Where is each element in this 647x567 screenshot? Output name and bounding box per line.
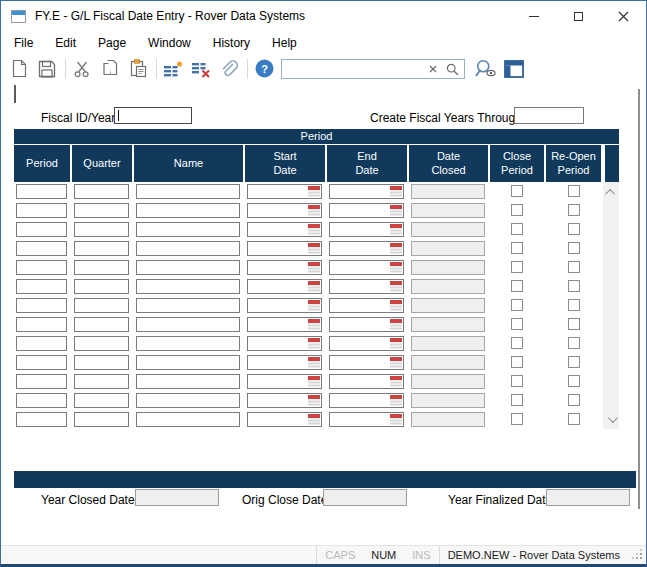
quarter-cell-input[interactable] xyxy=(74,393,129,408)
insert-rows-button[interactable] xyxy=(162,58,184,80)
reopen-period-checkbox[interactable] xyxy=(568,242,580,254)
attachments-button[interactable] xyxy=(218,58,240,80)
end-date-cell-input[interactable] xyxy=(329,184,404,199)
close-period-checkbox[interactable] xyxy=(511,394,523,406)
start-date-cell-input[interactable] xyxy=(247,260,322,275)
reopen-period-checkbox[interactable] xyxy=(568,223,580,235)
calendar-icon[interactable] xyxy=(308,414,320,425)
calendar-icon[interactable] xyxy=(390,300,402,311)
calendar-icon[interactable] xyxy=(390,376,402,387)
calendar-icon[interactable] xyxy=(308,281,320,292)
end-date-cell-input[interactable] xyxy=(329,260,404,275)
close-period-checkbox[interactable] xyxy=(511,413,523,425)
name-cell-input[interactable] xyxy=(136,374,240,389)
quarter-cell-input[interactable] xyxy=(74,260,129,275)
reopen-period-checkbox[interactable] xyxy=(568,204,580,216)
period-cell-input[interactable] xyxy=(16,241,67,256)
calendar-icon[interactable] xyxy=(390,338,402,349)
close-period-checkbox[interactable] xyxy=(511,375,523,387)
period-cell-input[interactable] xyxy=(16,336,67,351)
reopen-period-checkbox[interactable] xyxy=(568,375,580,387)
end-date-cell-input[interactable] xyxy=(329,393,404,408)
menu-history[interactable]: History xyxy=(202,32,261,55)
name-cell-input[interactable] xyxy=(136,260,240,275)
period-cell-input[interactable] xyxy=(16,184,67,199)
calendar-icon[interactable] xyxy=(308,300,320,311)
close-period-checkbox[interactable] xyxy=(511,356,523,368)
period-cell-input[interactable] xyxy=(16,412,67,427)
quarter-cell-input[interactable] xyxy=(74,374,129,389)
paste-button[interactable] xyxy=(127,58,149,80)
end-date-cell-input[interactable] xyxy=(329,298,404,313)
start-date-cell-input[interactable] xyxy=(247,279,322,294)
menu-edit[interactable]: Edit xyxy=(44,32,87,55)
name-cell-input[interactable] xyxy=(136,412,240,427)
start-date-cell-input[interactable] xyxy=(247,298,322,313)
minimize-button[interactable] xyxy=(511,1,556,32)
close-period-checkbox[interactable] xyxy=(511,242,523,254)
reopen-period-checkbox[interactable] xyxy=(568,261,580,273)
quarter-cell-input[interactable] xyxy=(74,317,129,332)
calendar-icon[interactable] xyxy=(308,357,320,368)
start-date-cell-input[interactable] xyxy=(247,355,322,370)
name-cell-input[interactable] xyxy=(136,317,240,332)
menu-window[interactable]: Window xyxy=(137,32,202,55)
maximize-button[interactable] xyxy=(556,1,601,32)
close-period-checkbox[interactable] xyxy=(511,223,523,235)
calendar-icon[interactable] xyxy=(390,243,402,254)
resize-grip[interactable] xyxy=(628,546,646,564)
calendar-icon[interactable] xyxy=(390,414,402,425)
cut-button[interactable] xyxy=(71,58,93,80)
grid-layout-button[interactable] xyxy=(503,58,525,80)
reopen-period-checkbox[interactable] xyxy=(568,185,580,197)
delete-rows-button[interactable] xyxy=(190,58,212,80)
calendar-icon[interactable] xyxy=(390,281,402,292)
end-date-cell-input[interactable] xyxy=(329,241,404,256)
start-date-cell-input[interactable] xyxy=(247,374,322,389)
close-period-checkbox[interactable] xyxy=(511,318,523,330)
calendar-icon[interactable] xyxy=(308,338,320,349)
period-cell-input[interactable] xyxy=(16,298,67,313)
calendar-icon[interactable] xyxy=(390,186,402,197)
end-date-cell-input[interactable] xyxy=(329,355,404,370)
quarter-cell-input[interactable] xyxy=(74,184,129,199)
reopen-period-checkbox[interactable] xyxy=(568,299,580,311)
close-period-checkbox[interactable] xyxy=(511,299,523,311)
save-button[interactable] xyxy=(36,58,58,80)
quarter-cell-input[interactable] xyxy=(74,279,129,294)
menu-page[interactable]: Page xyxy=(87,32,137,55)
calendar-icon[interactable] xyxy=(308,319,320,330)
start-date-cell-input[interactable] xyxy=(247,336,322,351)
quarter-cell-input[interactable] xyxy=(74,241,129,256)
quarter-cell-input[interactable] xyxy=(74,355,129,370)
end-date-cell-input[interactable] xyxy=(329,203,404,218)
calendar-icon[interactable] xyxy=(308,243,320,254)
table-scrollbar[interactable] xyxy=(603,182,619,429)
end-date-cell-input[interactable] xyxy=(329,279,404,294)
name-cell-input[interactable] xyxy=(136,336,240,351)
reopen-period-checkbox[interactable] xyxy=(568,318,580,330)
scroll-up-button[interactable] xyxy=(603,184,619,200)
calendar-icon[interactable] xyxy=(390,319,402,330)
search-input[interactable] xyxy=(285,61,425,77)
start-date-cell-input[interactable] xyxy=(247,412,322,427)
lookup-button[interactable] xyxy=(475,58,497,80)
search-clear-icon[interactable] xyxy=(426,62,440,76)
name-cell-input[interactable] xyxy=(136,222,240,237)
quarter-cell-input[interactable] xyxy=(74,412,129,427)
quarter-cell-input[interactable] xyxy=(74,203,129,218)
start-date-cell-input[interactable] xyxy=(247,393,322,408)
end-date-cell-input[interactable] xyxy=(329,222,404,237)
calendar-icon[interactable] xyxy=(308,262,320,273)
start-date-cell-input[interactable] xyxy=(247,241,322,256)
close-period-checkbox[interactable] xyxy=(511,280,523,292)
quarter-cell-input[interactable] xyxy=(74,336,129,351)
calendar-icon[interactable] xyxy=(390,205,402,216)
calendar-icon[interactable] xyxy=(308,395,320,406)
start-date-cell-input[interactable] xyxy=(247,317,322,332)
calendar-icon[interactable] xyxy=(390,357,402,368)
period-cell-input[interactable] xyxy=(16,260,67,275)
name-cell-input[interactable] xyxy=(136,203,240,218)
reopen-period-checkbox[interactable] xyxy=(568,337,580,349)
close-period-checkbox[interactable] xyxy=(511,337,523,349)
